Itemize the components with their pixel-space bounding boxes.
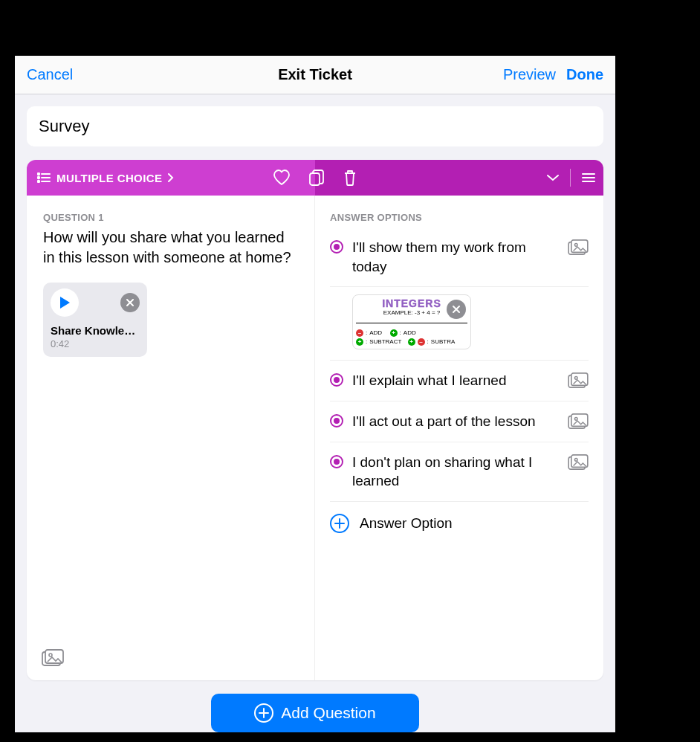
copy-icon (308, 169, 325, 187)
done-button[interactable]: Done (566, 66, 603, 83)
add-answer-option-button[interactable]: Answer Option (330, 502, 589, 533)
question-number-label: QUESTION 1 (43, 212, 298, 223)
svg-point-4 (38, 181, 39, 182)
add-answer-media-button[interactable] (568, 372, 589, 389)
add-option-label: Answer Option (360, 515, 453, 532)
drag-icon (581, 172, 596, 183)
delete-button[interactable] (343, 169, 357, 187)
page-title: Exit Ticket (219, 66, 412, 83)
add-answer-media-button[interactable] (568, 239, 589, 256)
collapse-button[interactable] (546, 174, 560, 181)
media-icon (568, 454, 589, 471)
heart-icon (273, 170, 291, 186)
media-icon (568, 413, 589, 430)
attachment-title: Share Knowled… (51, 324, 140, 337)
answer-attachment[interactable]: INTEGERS EXAMPLE: -3 + 4 = ? –:ADD +:ADD… (352, 294, 471, 349)
nav-bar: Cancel Exit Ticket Preview Done (15, 56, 615, 94)
answer-options-label: ANSWER OPTIONS (330, 212, 589, 223)
add-question-button[interactable]: Add Question (211, 694, 419, 732)
media-icon (42, 649, 64, 667)
play-button[interactable] (51, 288, 79, 317)
answer-radio[interactable] (330, 240, 343, 254)
duplicate-button[interactable] (308, 169, 325, 187)
close-icon (126, 298, 135, 307)
question-attachment[interactable]: Share Knowled… 0:42 (43, 283, 147, 357)
svg-point-0 (38, 173, 39, 175)
add-question-label: Add Question (281, 704, 375, 722)
chevron-right-icon (168, 173, 174, 182)
remove-attachment-button[interactable] (120, 293, 140, 312)
svg-point-2 (38, 177, 39, 178)
preview-button[interactable]: Preview (503, 66, 556, 83)
play-icon (59, 296, 71, 309)
body-area: MULTIPLE CHOICE (15, 94, 615, 732)
question-body: QUESTION 1 How will you share what you l… (27, 196, 603, 680)
plus-icon (254, 703, 273, 723)
answer-text-input[interactable]: I'll explain what I learned (352, 371, 559, 390)
close-icon (452, 305, 461, 314)
answer-text-input[interactable]: I don't plan on sharing what I learned (352, 453, 559, 491)
attachment-duration: 0:42 (51, 338, 140, 349)
answer-radio[interactable] (330, 414, 343, 428)
reorder-handle[interactable] (581, 172, 596, 183)
svg-rect-6 (310, 173, 320, 185)
cancel-button[interactable]: Cancel (27, 66, 73, 83)
favorite-button[interactable] (273, 170, 291, 186)
answer-options-panel: ANSWER OPTIONS I'll show them my work fr… (315, 196, 603, 680)
separator (570, 169, 571, 187)
answer-option[interactable]: I don't plan on sharing what I learned (330, 442, 589, 501)
answer-text-input[interactable]: I'll show them my work from today (352, 238, 559, 276)
editor-window: Cancel Exit Ticket Preview Done MULTIPLE… (15, 56, 615, 732)
question-text-input[interactable]: How will you share what you learned in t… (43, 228, 298, 268)
question-card: MULTIPLE CHOICE (27, 160, 603, 680)
plus-icon (330, 514, 349, 533)
answer-text-input[interactable]: I'll act out a part of the lesson (352, 412, 559, 431)
assessment-title-input[interactable] (27, 106, 603, 146)
media-icon (568, 372, 589, 389)
list-icon (37, 172, 51, 183)
question-header: MULTIPLE CHOICE (27, 160, 603, 196)
answer-option[interactable]: I'll explain what I learned (330, 361, 589, 401)
question-actions (273, 169, 357, 187)
trash-icon (343, 169, 357, 187)
add-answer-media-button[interactable] (568, 454, 589, 471)
chevron-down-icon (546, 174, 560, 181)
media-icon (568, 239, 589, 256)
add-question-media-button[interactable] (42, 649, 64, 667)
answer-option[interactable]: I'll act out a part of the lesson (330, 401, 589, 442)
question-editor: QUESTION 1 How will you share what you l… (27, 196, 315, 680)
answer-option[interactable]: I'll show them my work from today (330, 228, 589, 287)
answer-radio[interactable] (330, 373, 343, 387)
question-type-label: MULTIPLE CHOICE (56, 172, 162, 184)
add-answer-media-button[interactable] (568, 413, 589, 430)
question-type-button[interactable]: MULTIPLE CHOICE (37, 172, 174, 184)
answer-radio[interactable] (330, 455, 343, 468)
